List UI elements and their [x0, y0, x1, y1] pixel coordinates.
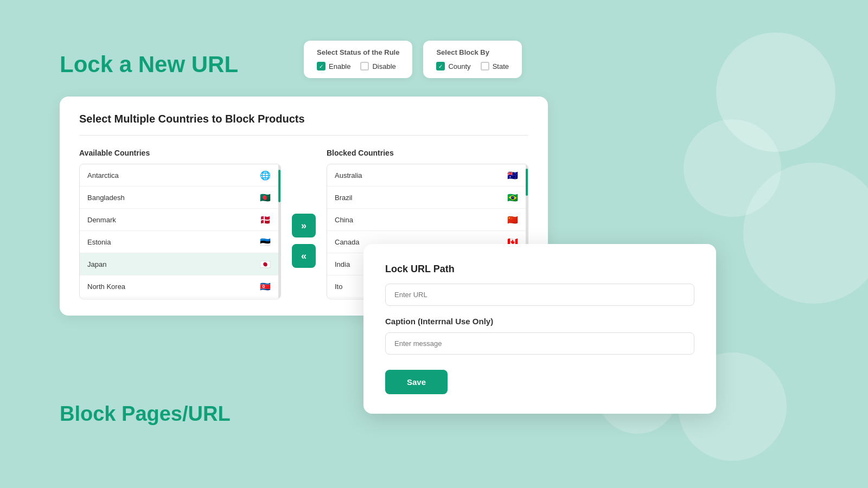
country-name: China [335, 216, 353, 224]
country-name: Denmark [87, 216, 116, 224]
enable-label: Enable [329, 62, 350, 70]
disable-option[interactable]: Disable [360, 62, 395, 70]
list-item[interactable]: Denmark 🇩🇰 [80, 209, 280, 231]
country-name: Bangladesh [87, 194, 125, 202]
state-label: State [493, 62, 509, 70]
available-scroll-thumb [278, 170, 280, 202]
lock-url-card: Lock URL Path Caption (Interrnal Use Onl… [363, 244, 716, 414]
transfer-forward-button[interactable]: » [292, 214, 316, 237]
available-countries-panel: Available Countries Antarctica 🌐 Banglad… [79, 149, 281, 299]
country-flag: 🇩🇰 [258, 214, 273, 225]
top-controls: Select Status of the Rule ✓ Enable Disab… [304, 41, 522, 78]
caption-input[interactable] [385, 332, 694, 355]
transfer-backward-button[interactable]: « [292, 244, 316, 268]
list-item[interactable]: South Africa 🇿🇦 [80, 298, 280, 299]
available-countries-label: Available Countries [79, 149, 281, 157]
country-name: Estonia [87, 238, 111, 246]
page-title: Lock a New URL [60, 52, 238, 78]
blocked-scroll-thumb [526, 169, 528, 196]
country-flag: 🇨🇳 [505, 214, 520, 225]
lock-url-title: Lock URL Path [385, 264, 694, 275]
enable-option[interactable]: ✓ Enable [317, 62, 350, 70]
list-item[interactable]: Bangladesh 🇧🇩 [80, 187, 280, 209]
country-flag: 🇯🇵 [258, 259, 273, 269]
country-name: Antarctica [87, 171, 119, 179]
disable-label: Disable [372, 62, 395, 70]
country-flag: 🇧🇷 [505, 192, 520, 203]
country-flag: 🇰🇵 [258, 281, 273, 292]
list-item[interactable]: Brazil 🇧🇷 [327, 187, 528, 209]
block-pages-label: Block Pages/URL [60, 402, 231, 426]
list-item[interactable]: North Korea 🇰🇵 [80, 275, 280, 298]
available-scroll-indicator [278, 164, 280, 299]
status-rule-title: Select Status of the Rule [317, 48, 399, 56]
save-button[interactable]: Save [385, 370, 448, 394]
country-name: Brazil [335, 194, 353, 202]
disable-checkbox[interactable] [360, 62, 369, 70]
caption-title: Caption (Interrnal Use Only) [385, 317, 694, 326]
status-rule-card: Select Status of the Rule ✓ Enable Disab… [304, 41, 412, 78]
country-name: Australia [335, 171, 362, 179]
blocked-countries-label: Blocked Countries [327, 149, 528, 157]
block-by-card: Select Block By ✓ County State [423, 41, 522, 78]
county-label: County [448, 62, 470, 70]
list-item[interactable]: Estonia 🇪🇪 [80, 231, 280, 253]
country-name: Japan [87, 260, 106, 268]
state-option[interactable]: State [481, 62, 509, 70]
list-item[interactable]: Antarctica 🌐 [80, 164, 280, 187]
status-options: ✓ Enable Disable [317, 62, 399, 70]
country-name: India [335, 260, 350, 268]
county-checkbox[interactable]: ✓ [436, 62, 445, 70]
block-by-options: ✓ County State [436, 62, 509, 70]
enable-checkbox[interactable]: ✓ [317, 62, 326, 70]
transfer-buttons-panel: » « [281, 149, 327, 268]
list-item[interactable]: Japan 🇯🇵 [80, 253, 280, 275]
url-input[interactable] [385, 284, 694, 306]
county-option[interactable]: ✓ County [436, 62, 470, 70]
country-flag: 🇦🇺 [505, 170, 520, 181]
country-name: Canada [335, 238, 360, 246]
country-name: Ito [335, 282, 342, 291]
available-countries-list[interactable]: Antarctica 🌐 Bangladesh 🇧🇩 Denmark 🇩🇰 Es… [79, 164, 281, 299]
list-item[interactable]: China 🇨🇳 [327, 209, 528, 231]
main-card-title: Select Multiple Countries to Block Produ… [79, 113, 528, 136]
country-name: North Korea [87, 282, 125, 291]
country-flag: 🌐 [258, 170, 273, 181]
block-by-title: Select Block By [436, 48, 509, 56]
state-checkbox[interactable] [481, 62, 489, 70]
country-flag: 🇪🇪 [258, 236, 273, 247]
list-item[interactable]: Australia 🇦🇺 [327, 164, 528, 187]
country-flag: 🇧🇩 [258, 192, 273, 203]
